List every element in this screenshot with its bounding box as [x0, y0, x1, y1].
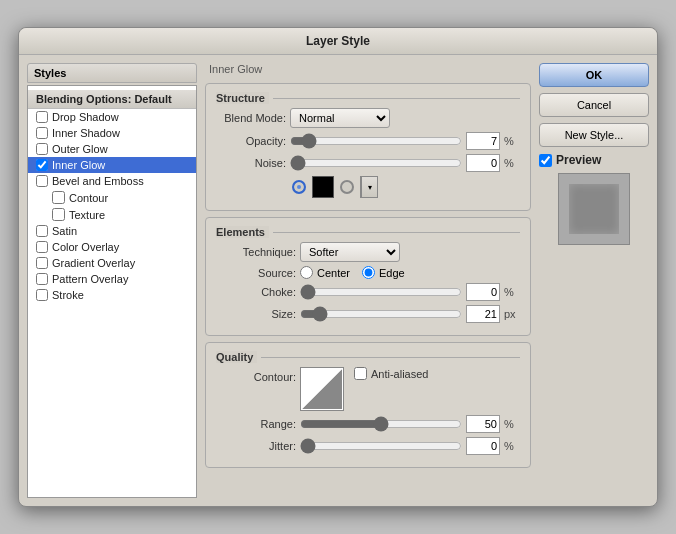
technique-select[interactable]: Softer Precise: [300, 242, 400, 262]
cancel-button[interactable]: Cancel: [539, 93, 649, 117]
choke-input[interactable]: 0: [466, 283, 500, 301]
opacity-row: Opacity: 7 %: [216, 132, 520, 150]
blending-options-item[interactable]: Blending Options: Default: [28, 90, 196, 109]
noise-label: Noise:: [216, 157, 286, 169]
jitter-input[interactable]: 0: [466, 437, 500, 455]
preview-checkbox[interactable]: [539, 154, 552, 167]
opacity-label: Opacity:: [216, 135, 286, 147]
source-edge-group: Edge: [362, 266, 405, 279]
jitter-slider[interactable]: [300, 439, 462, 453]
source-label: Source:: [216, 267, 296, 279]
outer-glow-item[interactable]: Outer Glow: [28, 141, 196, 157]
outer-glow-checkbox[interactable]: [36, 143, 48, 155]
dialog-title: Layer Style: [19, 28, 657, 55]
opacity-slider[interactable]: [290, 134, 462, 148]
choke-slider[interactable]: [300, 285, 462, 299]
drop-shadow-checkbox[interactable]: [36, 111, 48, 123]
drop-shadow-item[interactable]: Drop Shadow: [28, 109, 196, 125]
elements-section: Elements Technique: Softer Precise Sourc…: [205, 217, 531, 336]
jitter-unit: %: [504, 440, 520, 452]
source-row: Source: Center Edge: [216, 266, 520, 279]
choke-label: Choke:: [216, 286, 296, 298]
color-type-gradient-radio[interactable]: [340, 180, 354, 194]
stroke-checkbox[interactable]: [36, 289, 48, 301]
blend-mode-select[interactable]: Normal Dissolve Multiply Screen Overlay: [290, 108, 390, 128]
contour-preview[interactable]: [300, 367, 344, 411]
noise-unit: %: [504, 157, 520, 169]
right-panel: OK Cancel New Style... Preview: [539, 63, 649, 498]
pattern-overlay-item[interactable]: Pattern Overlay: [28, 271, 196, 287]
opacity-unit: %: [504, 135, 520, 147]
bevel-emboss-item[interactable]: Bevel and Emboss: [28, 173, 196, 189]
range-input[interactable]: 50: [466, 415, 500, 433]
satin-item[interactable]: Satin: [28, 223, 196, 239]
anti-aliased-group: Anti-aliased: [354, 367, 428, 380]
range-unit: %: [504, 418, 520, 430]
choke-unit: %: [504, 286, 520, 298]
technique-label: Technique:: [216, 246, 296, 258]
styles-header: Styles: [27, 63, 197, 83]
jitter-label: Jitter:: [216, 440, 296, 452]
jitter-row: Jitter: 0 %: [216, 437, 520, 455]
left-panel: Styles Blending Options: Default Drop Sh…: [27, 63, 197, 498]
gradient-overlay-item[interactable]: Gradient Overlay: [28, 255, 196, 271]
size-row: Size: 21 px: [216, 305, 520, 323]
size-input[interactable]: 21: [466, 305, 500, 323]
noise-input[interactable]: 0: [466, 154, 500, 172]
source-edge-radio[interactable]: [362, 266, 375, 279]
gradient-dropdown-btn[interactable]: ▾: [362, 176, 378, 198]
pattern-overlay-checkbox[interactable]: [36, 273, 48, 285]
color-type-solid-radio[interactable]: [292, 180, 306, 194]
contour-item[interactable]: Contour: [28, 189, 196, 206]
new-style-button[interactable]: New Style...: [539, 123, 649, 147]
quality-label: Quality: [216, 351, 257, 363]
source-center-group: Center: [300, 266, 350, 279]
size-label: Size:: [216, 308, 296, 320]
elements-label: Elements: [216, 226, 269, 238]
inner-glow-checkbox[interactable]: [36, 159, 48, 171]
ok-button[interactable]: OK: [539, 63, 649, 87]
range-slider[interactable]: [300, 417, 462, 431]
preview-label: Preview: [556, 153, 601, 167]
satin-checkbox[interactable]: [36, 225, 48, 237]
blend-mode-row: Blend Mode: Normal Dissolve Multiply Scr…: [216, 108, 520, 128]
preview-box: [558, 173, 630, 245]
preview-checkbox-label[interactable]: Preview: [539, 153, 649, 167]
source-edge-label: Edge: [379, 267, 405, 279]
preview-inner: [569, 184, 619, 234]
color-swatch-black[interactable]: [312, 176, 334, 198]
texture-item[interactable]: Texture: [28, 206, 196, 223]
size-slider[interactable]: [300, 307, 462, 321]
technique-row: Technique: Softer Precise: [216, 242, 520, 262]
structure-section: Structure Blend Mode: Normal Dissolve Mu…: [205, 83, 531, 211]
texture-checkbox[interactable]: [52, 208, 65, 221]
color-overlay-item[interactable]: Color Overlay: [28, 239, 196, 255]
contour-label: Contour:: [216, 367, 296, 383]
choke-row: Choke: 0 %: [216, 283, 520, 301]
noise-row: Noise: 0 %: [216, 154, 520, 172]
contour-checkbox[interactable]: [52, 191, 65, 204]
structure-label: Structure: [216, 92, 269, 104]
anti-aliased-label[interactable]: Anti-aliased: [354, 367, 428, 380]
range-row: Range: 50 %: [216, 415, 520, 433]
inner-shadow-item[interactable]: Inner Shadow: [28, 125, 196, 141]
stroke-item[interactable]: Stroke: [28, 287, 196, 303]
main-content: Inner Glow Structure Blend Mode: Normal …: [205, 63, 531, 498]
gradient-overlay-checkbox[interactable]: [36, 257, 48, 269]
color-overlay-checkbox[interactable]: [36, 241, 48, 253]
size-unit: px: [504, 308, 520, 320]
inner-shadow-checkbox[interactable]: [36, 127, 48, 139]
inner-glow-section-label: Inner Glow: [205, 63, 531, 75]
bevel-emboss-checkbox[interactable]: [36, 175, 48, 187]
styles-list: Blending Options: Default Drop Shadow In…: [27, 85, 197, 498]
quality-section: Quality Contour: Anti-aliased: [205, 342, 531, 468]
source-center-radio[interactable]: [300, 266, 313, 279]
inner-glow-item[interactable]: Inner Glow: [28, 157, 196, 173]
source-center-label: Center: [317, 267, 350, 279]
layer-style-dialog: Layer Style Styles Blending Options: Def…: [18, 27, 658, 507]
anti-aliased-checkbox[interactable]: [354, 367, 367, 380]
color-row: ▾: [216, 176, 520, 198]
opacity-input[interactable]: 7: [466, 132, 500, 150]
contour-row: Contour: Anti-aliased: [216, 367, 520, 411]
noise-slider[interactable]: [290, 156, 462, 170]
